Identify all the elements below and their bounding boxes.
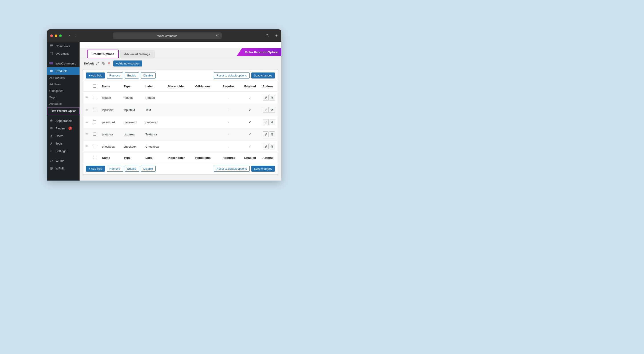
edit-row-icon[interactable] — [263, 95, 269, 101]
sidebar-label: Appearance — [56, 119, 72, 123]
reload-icon[interactable] — [216, 34, 220, 38]
sidebar-item-products[interactable]: Products — [47, 67, 80, 75]
cell-enabled: ✓ — [240, 141, 260, 153]
forward-button[interactable] — [74, 34, 77, 38]
sidebar-item-users[interactable]: Users — [47, 132, 80, 140]
drag-handle-icon[interactable] — [85, 133, 88, 136]
submenu-categories[interactable]: Categories — [47, 88, 80, 94]
save-button[interactable]: Save changes — [251, 73, 275, 79]
submenu-add-new[interactable]: Add New — [47, 81, 80, 88]
edit-row-icon[interactable] — [263, 119, 269, 125]
back-button[interactable] — [68, 34, 71, 38]
drag-handle-icon[interactable] — [85, 108, 88, 112]
cell-required: - — [218, 92, 240, 104]
col-placeholder: Placeholder — [166, 81, 192, 92]
select-all-checkbox-bottom[interactable] — [93, 156, 96, 159]
cell-validations — [192, 116, 218, 128]
copy-row-icon[interactable] — [269, 144, 275, 149]
copy-row-icon[interactable] — [269, 95, 275, 101]
copy-section-icon[interactable] — [102, 62, 105, 65]
add-section-button[interactable]: + Add new section — [113, 61, 142, 67]
appearance-icon — [49, 119, 53, 123]
cell-label: password — [143, 116, 166, 128]
tab-advanced-settings[interactable]: Advanced Settings — [120, 50, 154, 58]
cell-type: password — [122, 116, 143, 128]
close-window-icon[interactable] — [50, 35, 53, 37]
row-checkbox[interactable] — [93, 120, 96, 123]
submenu-all-products[interactable]: All Products — [47, 75, 80, 81]
share-icon[interactable] — [265, 34, 269, 38]
col-validations: Validations — [192, 81, 218, 92]
submenu-attributes[interactable]: Attributes — [47, 101, 80, 107]
edit-section-icon[interactable] — [96, 62, 100, 65]
cell-type: inputtext — [122, 104, 143, 116]
save-button[interactable]: Save changes — [251, 166, 275, 172]
new-tab-icon[interactable] — [275, 34, 278, 38]
col-label: Label — [143, 153, 166, 163]
row-checkbox[interactable] — [93, 133, 96, 136]
enable-button[interactable]: Enable — [125, 166, 139, 172]
col-name: Name — [100, 153, 122, 163]
url-bar[interactable]: WooCommerce — [113, 33, 222, 39]
col-type: Type — [122, 81, 143, 92]
sidebar-label: Settings — [56, 149, 66, 153]
content-area: Product Options Advanced Settings Extra … — [80, 42, 281, 181]
cell-validations — [192, 104, 218, 116]
cell-placeholder — [166, 116, 192, 128]
cell-required: - — [218, 128, 240, 141]
tab-product-options[interactable]: Product Options — [87, 50, 119, 58]
table-row: inputtext inputtext Text - ✓ — [83, 104, 278, 116]
select-all-checkbox[interactable] — [93, 85, 96, 88]
drag-handle-icon[interactable] — [85, 145, 88, 148]
wpide-icon — [49, 159, 53, 163]
remove-button[interactable]: Remove — [107, 166, 123, 172]
sidebar-item-uxblocks[interactable]: UX Blocks — [47, 50, 80, 57]
sidebar-label: Comments — [56, 45, 70, 48]
col-name: Name — [100, 81, 122, 92]
cell-placeholder — [166, 104, 192, 116]
copy-row-icon[interactable] — [269, 107, 275, 113]
submenu-tags[interactable]: Tags — [47, 94, 80, 101]
edit-row-icon[interactable] — [263, 131, 269, 137]
copy-row-icon[interactable] — [269, 119, 275, 125]
add-field-button[interactable]: + Add field — [86, 166, 105, 172]
add-field-button[interactable]: + Add field — [86, 73, 105, 79]
remove-button[interactable]: Remove — [107, 73, 123, 79]
cell-label: Hidden — [143, 92, 166, 104]
edit-row-icon[interactable] — [263, 107, 269, 113]
edit-row-icon[interactable] — [263, 144, 269, 149]
sidebar-item-plugins[interactable]: Plugins 1 — [47, 125, 80, 132]
product-icon — [49, 69, 53, 73]
minimize-window-icon[interactable] — [55, 35, 57, 37]
copy-row-icon[interactable] — [269, 131, 275, 137]
drag-handle-icon[interactable] — [85, 96, 88, 99]
row-checkbox[interactable] — [93, 108, 96, 111]
reset-button[interactable]: Reset to default options — [214, 73, 250, 79]
section-row: Default + Add new section — [80, 58, 281, 70]
sidebar-label: WPide — [56, 159, 64, 163]
plugins-icon — [49, 126, 53, 130]
drag-handle-icon[interactable] — [85, 121, 88, 124]
sidebar-label: Tools — [56, 142, 63, 145]
svg-point-10 — [51, 150, 51, 151]
sidebar-item-comments[interactable]: Comments — [47, 42, 80, 50]
disable-button[interactable]: Disable — [141, 73, 156, 79]
cell-name: textarea — [100, 128, 122, 141]
row-checkbox[interactable] — [93, 96, 96, 99]
sidebar-item-wpml[interactable]: WPML — [47, 165, 80, 172]
plugins-badge: 1 — [68, 127, 72, 130]
sidebar-item-woocommerce[interactable]: WooCommerce — [47, 60, 80, 67]
cell-name: checkbox — [100, 141, 122, 153]
sidebar-item-appearance[interactable]: Appearance — [47, 117, 80, 125]
maximize-window-icon[interactable] — [59, 35, 62, 37]
row-checkbox[interactable] — [93, 145, 96, 148]
enable-button[interactable]: Enable — [125, 73, 139, 79]
sidebar-item-tools[interactable]: Tools — [47, 140, 80, 147]
delete-section-icon[interactable] — [108, 62, 111, 65]
disable-button[interactable]: Disable — [141, 166, 156, 172]
sidebar-item-settings[interactable]: Settings — [47, 147, 80, 155]
reset-button[interactable]: Reset to default options — [214, 166, 250, 172]
sidebar-item-wpide[interactable]: WPide — [47, 157, 80, 165]
cell-name: hidden — [100, 92, 122, 104]
submenu-extra-product-option[interactable]: Extra Product Option — [47, 107, 80, 114]
